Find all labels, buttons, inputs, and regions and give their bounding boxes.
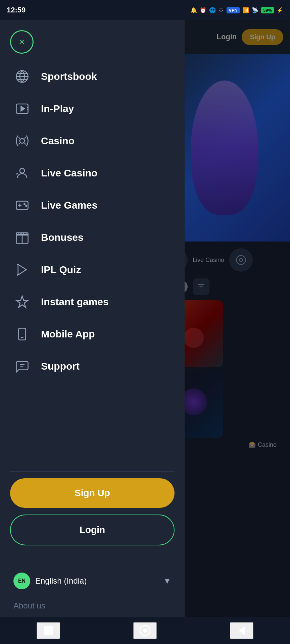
sidebar: × Sportsbook	[0, 20, 185, 617]
about-us-link[interactable]: About us	[10, 596, 175, 617]
clock-icon: ⏰	[200, 7, 206, 13]
sidebar-item-livegames[interactable]: Live Games	[10, 189, 175, 221]
shield-icon: 🛡	[219, 7, 224, 13]
sportsbook-icon	[13, 68, 31, 85]
browser-icon: 🌐	[209, 7, 216, 13]
charging-icon: ⚡	[277, 7, 283, 13]
sidebar-item-iplquiz[interactable]: IPL Quiz	[10, 254, 175, 286]
svg-marker-30	[239, 627, 245, 635]
bottom-nav	[0, 617, 290, 644]
svg-point-12	[20, 168, 25, 173]
casino-icon	[13, 132, 31, 150]
livegames-icon	[13, 197, 31, 214]
sidebar-label-inplay: In-Play	[41, 103, 74, 114]
status-icons: 🔔 ⏰ 🌐 🛡 VPN 📶 📡 59% ⚡	[190, 7, 283, 13]
sidebar-item-support[interactable]: Support	[10, 350, 175, 382]
livecasino-icon	[13, 164, 31, 182]
svg-point-29	[143, 629, 147, 633]
sidebar-label-livecasino: Live Casino	[41, 167, 97, 179]
svg-rect-27	[44, 626, 53, 635]
sidebar-label-instantgames: Instant games	[41, 296, 109, 308]
signal-icon: 📶	[242, 7, 249, 13]
sidebar-item-casino[interactable]: Casino	[10, 125, 175, 157]
iplquiz-icon	[13, 261, 31, 278]
status-bar: 12:59 🔔 ⏰ 🌐 🛡 VPN 📶 📡 59% ⚡	[0, 0, 290, 20]
bottom-nav-home[interactable]	[133, 622, 157, 639]
status-time: 12:59	[7, 6, 26, 14]
close-button[interactable]: ×	[10, 30, 34, 54]
divider-2	[10, 559, 175, 559]
main-wrapper: Login Sign Up Live Casino	[0, 20, 290, 617]
sidebar-item-bonuses[interactable]: Bonuses	[10, 221, 175, 254]
sidebar-item-mobileapp[interactable]: Mobile App	[10, 318, 175, 350]
vpn-badge: VPN	[227, 7, 240, 13]
bottom-nav-square[interactable]	[37, 622, 60, 639]
sidebar-label-casino: Casino	[41, 135, 75, 147]
wifi-icon: 📡	[252, 7, 258, 13]
sidebar-item-instantgames[interactable]: Instant games	[10, 286, 175, 318]
language-name: English (India)	[35, 576, 87, 586]
svg-point-17	[26, 205, 27, 207]
support-icon	[13, 358, 31, 375]
sidebar-item-inplay[interactable]: In-Play	[10, 93, 175, 125]
sidebar-label-bonuses: Bonuses	[41, 232, 84, 243]
sidebar-label-mobileapp: Mobile App	[41, 328, 95, 340]
sidebar-label-sportsbook: Sportsbook	[41, 71, 97, 82]
sidebar-label-iplquiz: IPL Quiz	[41, 264, 81, 275]
bonuses-icon	[13, 229, 31, 246]
battery-badge: 59%	[261, 7, 274, 13]
chevron-down-icon: ▼	[163, 576, 171, 586]
language-selector[interactable]: EN English (India) ▼	[10, 566, 175, 596]
sidebar-label-livegames: Live Games	[41, 200, 97, 211]
bottom-nav-back[interactable]	[230, 622, 253, 639]
divider-1	[10, 471, 175, 472]
sidebar-item-sportsbook[interactable]: Sportsbook	[10, 60, 175, 93]
signup-button[interactable]: Sign Up	[10, 478, 175, 508]
svg-rect-23	[19, 328, 26, 340]
mobileapp-icon	[13, 325, 31, 343]
svg-point-11	[20, 139, 25, 143]
language-badge: EN	[13, 573, 30, 589]
login-button[interactable]: Login	[10, 515, 175, 545]
action-buttons: Sign Up Login	[10, 478, 175, 545]
sidebar-item-livecasino[interactable]: Live Casino	[10, 157, 175, 189]
alarm-icon: 🔔	[190, 7, 197, 13]
instantgames-icon	[13, 293, 31, 311]
sidebar-label-support: Support	[41, 361, 80, 372]
inplay-icon	[13, 100, 31, 117]
svg-point-16	[24, 204, 25, 205]
svg-marker-8	[21, 106, 25, 111]
nav-list: Sportsbook In-Play	[10, 60, 175, 465]
